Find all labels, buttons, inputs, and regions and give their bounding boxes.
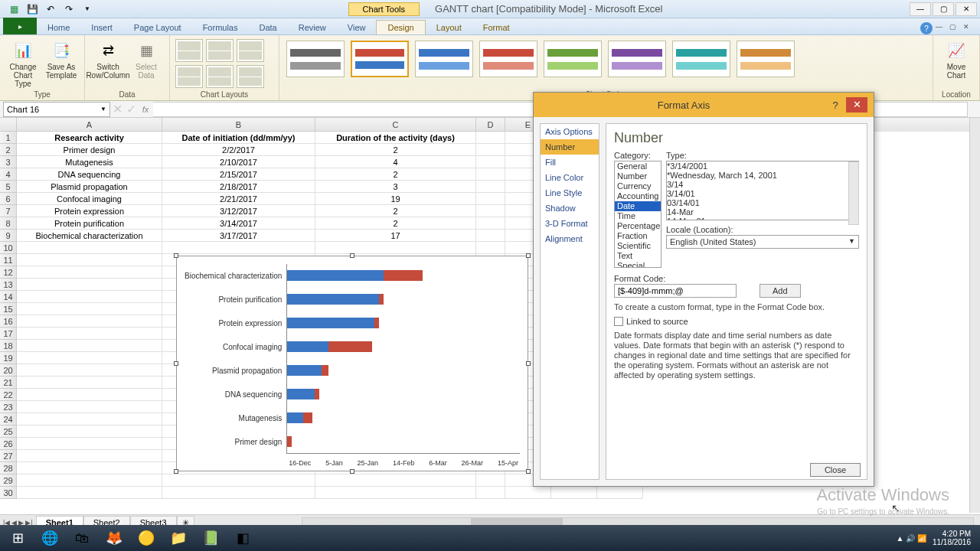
dialog-nav-item[interactable]: 3-D Format: [541, 216, 599, 231]
row-header[interactable]: 11: [0, 254, 17, 266]
col-header[interactable]: A: [17, 118, 162, 132]
format-code-input[interactable]: [614, 284, 737, 298]
undo-icon[interactable]: ↶: [43, 2, 58, 16]
cell[interactable]: [17, 462, 162, 474]
cell[interactable]: Plasmid propagation: [17, 181, 162, 193]
cell[interactable]: [476, 205, 505, 217]
cancel-formula-icon[interactable]: ✕: [110, 102, 124, 116]
category-item[interactable]: Date: [615, 201, 661, 211]
row-header[interactable]: 30: [0, 487, 17, 499]
select-data-button[interactable]: ▦ Select Data: [128, 38, 165, 80]
save-as-template-button[interactable]: 📑 Save As Template: [43, 38, 80, 80]
cell[interactable]: Confocal imaging: [17, 193, 162, 205]
firefox-icon[interactable]: 🦊: [100, 527, 129, 549]
cell[interactable]: [17, 377, 162, 389]
col-header[interactable]: C: [315, 118, 476, 132]
cell[interactable]: [476, 193, 505, 205]
cell[interactable]: [476, 242, 505, 254]
row-header[interactable]: 13: [0, 279, 17, 291]
cell[interactable]: 3/14/2017: [162, 217, 315, 230]
type-item[interactable]: 3/14/01: [667, 189, 858, 198]
excel-taskbar-icon[interactable]: 📗: [196, 527, 225, 549]
cell[interactable]: [17, 425, 162, 438]
type-item[interactable]: *Wednesday, March 14, 2001: [667, 171, 858, 180]
chart-style-thumb[interactable]: [415, 41, 473, 77]
cell[interactable]: 2/21/2017: [162, 193, 315, 205]
cell[interactable]: [17, 303, 162, 315]
move-chart-button[interactable]: 📈 Move Chart: [938, 38, 975, 80]
doc-close-icon[interactable]: ✕: [963, 23, 974, 34]
cell[interactable]: [17, 340, 162, 352]
minimize-button[interactable]: —: [910, 2, 931, 16]
chart-object[interactable]: Biochemical characterizationProtein puri…: [176, 256, 528, 471]
save-icon[interactable]: 💾: [24, 2, 40, 16]
vertical-scrollbar[interactable]: [969, 118, 980, 513]
cell[interactable]: [476, 474, 505, 487]
cell[interactable]: [476, 230, 505, 242]
chart-style-thumb[interactable]: [544, 41, 602, 77]
row-header[interactable]: 5: [0, 181, 17, 193]
dialog-nav-item[interactable]: Line Style: [541, 185, 599, 201]
close-button[interactable]: Close: [810, 463, 861, 477]
row-header[interactable]: 4: [0, 168, 17, 181]
cell[interactable]: 2/2/2017: [162, 144, 315, 156]
row-header[interactable]: 6: [0, 193, 17, 205]
help-icon[interactable]: ?: [920, 22, 933, 34]
row-header[interactable]: 7: [0, 205, 17, 217]
cell[interactable]: Date of initiation (dd/mm/yy): [162, 132, 315, 144]
row-header[interactable]: 3: [0, 156, 17, 168]
cell[interactable]: [17, 474, 162, 487]
chart-layout-thumb[interactable]: [237, 39, 264, 62]
row-header[interactable]: 18: [0, 340, 17, 352]
category-item[interactable]: General: [615, 161, 661, 171]
col-header[interactable]: B: [162, 118, 315, 132]
row-header[interactable]: 9: [0, 230, 17, 242]
dialog-nav-item[interactable]: Line Color: [541, 170, 599, 185]
tab-review[interactable]: Review: [288, 21, 337, 34]
dialog-help-icon[interactable]: ?: [828, 99, 843, 111]
ie-icon[interactable]: 🌐: [35, 527, 64, 549]
excel-icon[interactable]: ▦: [6, 2, 21, 16]
type-item[interactable]: 03/14/01: [667, 198, 858, 207]
cell[interactable]: 19: [315, 193, 476, 205]
cell[interactable]: Primer design: [17, 144, 162, 156]
tab-format[interactable]: Format: [472, 21, 521, 34]
cell[interactable]: [476, 217, 505, 230]
qat-dropdown-icon[interactable]: ▼: [80, 2, 95, 16]
cell[interactable]: [162, 474, 315, 487]
linked-checkbox[interactable]: [614, 317, 623, 326]
row-header[interactable]: 28: [0, 462, 17, 474]
row-header[interactable]: 2: [0, 144, 17, 156]
name-box[interactable]: Chart 16 ▼: [3, 102, 110, 117]
select-all-corner[interactable]: [0, 118, 17, 132]
category-item[interactable]: Number: [615, 171, 661, 181]
category-item[interactable]: Percentage: [615, 221, 661, 231]
cell[interactable]: 2: [315, 168, 476, 181]
cell[interactable]: [315, 474, 476, 487]
row-header[interactable]: 24: [0, 413, 17, 425]
tab-page-layout[interactable]: Page Layout: [123, 21, 192, 34]
row-header[interactable]: 23: [0, 401, 17, 413]
cell[interactable]: [476, 156, 505, 168]
type-item[interactable]: *3/14/2001: [667, 161, 858, 171]
cell[interactable]: [315, 242, 476, 254]
cell[interactable]: 4: [315, 156, 476, 168]
cell[interactable]: 3: [315, 181, 476, 193]
row-header[interactable]: 27: [0, 450, 17, 462]
start-button[interactable]: ⊞: [3, 527, 32, 549]
cell[interactable]: [315, 487, 476, 499]
cell[interactable]: 2/10/2017: [162, 156, 315, 168]
row-header[interactable]: 25: [0, 425, 17, 438]
row-header[interactable]: 21: [0, 377, 17, 389]
chart-style-thumb[interactable]: [672, 41, 730, 77]
row-header[interactable]: 16: [0, 315, 17, 328]
cell[interactable]: [162, 487, 315, 499]
tray-icons[interactable]: ▲ 🔊 📶: [896, 534, 926, 543]
chart-layout-thumb[interactable]: [175, 65, 203, 88]
dialog-titlebar[interactable]: Format Axis ? ✕: [534, 93, 874, 117]
chevron-down-icon[interactable]: ▼: [100, 106, 106, 112]
cell[interactable]: Protein purification: [17, 217, 162, 230]
category-item[interactable]: Scientific: [615, 241, 661, 251]
col-header[interactable]: D: [476, 118, 505, 132]
row-header[interactable]: 15: [0, 303, 17, 315]
